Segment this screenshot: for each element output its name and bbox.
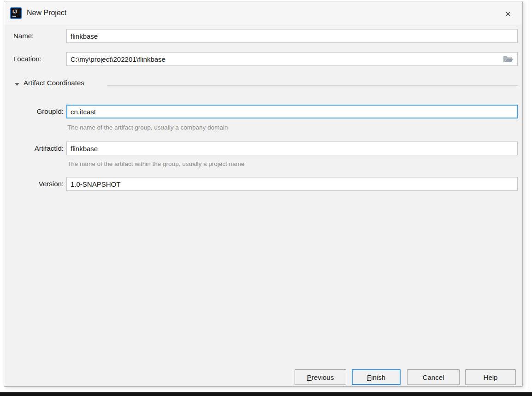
cancel-button[interactable]: Cancel <box>407 369 460 385</box>
groupid-hint: The name of the artifact group, usually … <box>67 124 228 131</box>
section-separator <box>107 85 518 86</box>
artifactid-input[interactable] <box>66 142 518 155</box>
previous-button[interactable]: Previous <box>295 369 346 385</box>
location-label: Location: <box>13 52 41 66</box>
finish-button-mnemonic: F <box>367 373 371 381</box>
artifact-coordinates-section-title[interactable]: Artifact Coordinates <box>24 79 84 87</box>
help-button[interactable]: Help <box>465 369 516 385</box>
version-label: Version: <box>13 177 64 191</box>
close-icon[interactable]: × <box>502 8 514 20</box>
background-window-edge <box>528 0 528 390</box>
artifactid-label: ArtifactId: <box>13 142 64 155</box>
groupid-label: GroupId: <box>13 105 64 118</box>
intellij-idea-icon: IJ <box>10 7 22 19</box>
previous-button-label: revious <box>312 373 334 381</box>
finish-button-label: inish <box>371 373 385 381</box>
finish-button[interactable]: Finish <box>352 369 401 385</box>
browse-folder-icon[interactable] <box>502 55 514 64</box>
intellij-idea-icon-underline <box>12 16 16 17</box>
name-label: Name: <box>13 29 34 43</box>
previous-button-mnemonic: P <box>307 373 312 381</box>
dialog-title: New Project <box>27 9 66 17</box>
artifactid-hint: The name of the artifact within the grou… <box>67 160 244 167</box>
intellij-idea-icon-text: IJ <box>12 9 17 14</box>
dialog-titlebar[interactable]: IJ New Project × <box>4 1 522 24</box>
version-input[interactable] <box>66 177 518 191</box>
groupid-input[interactable] <box>66 105 518 118</box>
chevron-down-icon[interactable] <box>15 83 19 86</box>
name-input[interactable] <box>66 29 518 43</box>
bottom-dark-strip <box>0 392 532 396</box>
folder-icon <box>502 55 514 64</box>
new-project-dialog: IJ New Project × Name: Location: Artifac… <box>4 1 523 387</box>
location-input[interactable] <box>66 52 518 66</box>
